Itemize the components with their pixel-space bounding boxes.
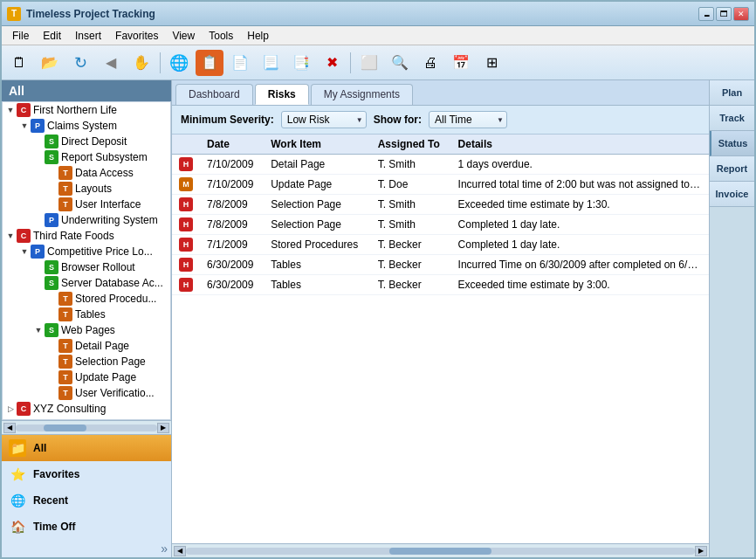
toolbar-doc2-button[interactable]: 📃 [257, 50, 285, 76]
tree-node-cpl[interactable]: ▼ P Competitive Price Lo... [3, 244, 170, 259]
scroll-left-button[interactable]: ◀ [3, 423, 16, 433]
hscroll-track[interactable] [186, 548, 695, 555]
close-button[interactable]: ✕ [733, 7, 749, 21]
severity-select-wrapper[interactable]: Low Risk Medium Risk High Risk [281, 111, 367, 128]
menu-edit[interactable]: Edit [36, 28, 68, 43]
tree-node-us[interactable]: P Underwriting System [3, 212, 170, 228]
toolbar-window1-button[interactable]: ⬜ [355, 50, 383, 76]
expand-icon-sp[interactable] [46, 355, 58, 368]
toolbar-new-button[interactable]: 🗒 [5, 50, 33, 76]
status-button[interactable]: Status [710, 131, 754, 156]
nav-item-all[interactable]: 📁 All [2, 435, 171, 461]
scroll-track[interactable] [16, 424, 157, 431]
tree-node-xyz[interactable]: ▷ C XYZ Consulting [3, 401, 170, 417]
expand-icon-uv[interactable] [46, 387, 58, 399]
nav-item-recent[interactable]: 🌐 Recent [2, 487, 171, 514]
menu-help[interactable]: Help [240, 28, 276, 43]
tree-node-br[interactable]: S Browser Rollout [3, 259, 170, 275]
table-row[interactable]: H 7/8/2009 Selection Page T. Smith Excee… [172, 195, 709, 215]
tree-node-dd[interactable]: S Direct Deposit [3, 134, 170, 149]
toolbar-back-button[interactable]: ◀ [97, 50, 125, 76]
expand-icon-br[interactable] [32, 261, 45, 273]
track-button[interactable]: Track [710, 106, 754, 131]
scroll-right-button[interactable]: ▶ [157, 423, 169, 433]
table-row[interactable]: M 7/10/2009 Update Page T. Doe Incurred … [172, 175, 709, 195]
tab-assignments[interactable]: My Assignments [311, 84, 413, 105]
expand-icon-sda[interactable] [32, 277, 45, 289]
nav-item-timeoff[interactable]: 🏠 Time Off [2, 514, 171, 540]
show-for-select[interactable]: All Time Last Week Last Month Last Year [429, 111, 507, 128]
toolbar-search-button[interactable]: 🔍 [386, 50, 414, 76]
table-row[interactable]: H 6/30/2009 Tables T. Becker Incurred Ti… [172, 255, 709, 275]
toolbar-calendar-button[interactable]: 📅 [447, 50, 475, 76]
expand-icon-rs[interactable] [32, 151, 45, 163]
tree-node-tbl[interactable]: T Tables [3, 307, 170, 322]
tree-node-uv[interactable]: T User Verificatio... [3, 385, 170, 401]
expand-icon-xyz[interactable]: ▷ [4, 403, 17, 415]
toolbar-print-button[interactable]: 🖨 [416, 50, 444, 76]
expand-icon-trf[interactable]: ▼ [4, 230, 17, 242]
tab-dashboard[interactable]: Dashboard [175, 84, 253, 105]
toolbar-grid-button[interactable]: ⊞ [478, 50, 505, 76]
tree-node-sp[interactable]: T Selection Page [3, 354, 170, 369]
expand-icon-tbl[interactable] [46, 308, 58, 321]
nav-item-favorites[interactable]: ⭐ Favorites [2, 461, 171, 487]
table-row[interactable]: H 6/30/2009 Tables T. Becker Exceeded ti… [172, 275, 709, 295]
project-tree[interactable]: ▼ C First Northern Life ▼ P Claims Syste… [2, 101, 171, 420]
sidebar-scrollbar[interactable]: ◀ ▶ [2, 420, 171, 434]
toolbar-refresh-button[interactable]: ↻ [66, 50, 94, 76]
plan-button[interactable]: Plan [710, 80, 754, 106]
minimize-button[interactable]: 🗕 [698, 7, 714, 21]
toolbar-pan-button[interactable]: ✋ [127, 50, 155, 76]
maximize-button[interactable]: 🗖 [716, 7, 732, 21]
toolbar-doc1-button[interactable]: 📄 [226, 50, 254, 76]
menu-tools[interactable]: Tools [202, 28, 240, 43]
show-for-select-wrapper[interactable]: All Time Last Week Last Month Last Year [429, 111, 507, 128]
expand-icon-dd[interactable] [32, 135, 45, 148]
tab-risks[interactable]: Risks [255, 84, 309, 105]
expand-icon-da[interactable] [46, 167, 58, 179]
severity-select[interactable]: Low Risk Medium Risk High Risk [281, 111, 367, 128]
table-row[interactable]: H 7/8/2009 Selection Page T. Smith Compl… [172, 215, 709, 235]
tree-node-wp[interactable]: ▼ S Web Pages [3, 322, 170, 338]
toolbar-task-button[interactable]: 📋 [196, 50, 223, 76]
tree-node-dp[interactable]: T Detail Page [3, 338, 170, 354]
expand-icon-ui[interactable] [46, 198, 58, 210]
expand-icon-la[interactable] [46, 183, 58, 195]
toolbar-open-button[interactable]: 📂 [36, 50, 64, 76]
expand-icon-cpl[interactable]: ▼ [18, 245, 31, 258]
hscroll-left-button[interactable]: ◀ [174, 546, 186, 556]
expand-icon-up[interactable] [46, 371, 58, 383]
expand-icon-stp[interactable] [46, 293, 58, 305]
tree-node-trf[interactable]: ▼ C Third Rate Foods [3, 228, 170, 244]
tree-node-sda[interactable]: S Server Database Ac... [3, 275, 170, 291]
hscroll-thumb[interactable] [389, 548, 491, 555]
more-button[interactable]: » [2, 540, 171, 557]
expand-icon-wp[interactable]: ▼ [32, 324, 45, 336]
report-button[interactable]: Report [710, 156, 754, 182]
expand-icon-fn[interactable]: ▼ [4, 104, 17, 116]
tree-node-da[interactable]: T Data Access [3, 165, 170, 181]
menu-file[interactable]: File [5, 28, 36, 43]
toolbar-delete-button[interactable]: ✖ [318, 50, 346, 76]
menu-favorites[interactable]: Favorites [108, 28, 165, 43]
hscroll-right-button[interactable]: ▶ [695, 546, 707, 556]
bottom-scrollbar[interactable]: ◀ ▶ [172, 543, 709, 557]
tree-node-stp[interactable]: T Stored Procedu... [3, 291, 170, 307]
expand-icon-dp[interactable] [46, 340, 58, 352]
tree-node-cs[interactable]: ▼ P Claims System [3, 118, 170, 134]
tree-node-la[interactable]: T Layouts [3, 181, 170, 197]
toolbar-doc3-button[interactable]: 📑 [287, 50, 315, 76]
tree-node-rs[interactable]: S Report Subsystem [3, 149, 170, 165]
scroll-thumb[interactable] [44, 424, 86, 431]
tree-node-fn[interactable]: ▼ C First Northern Life [3, 102, 170, 118]
table-row[interactable]: H 7/10/2009 Detail Page T. Smith 1 days … [172, 155, 709, 175]
menu-view[interactable]: View [165, 28, 202, 43]
tree-node-ui[interactable]: T User Interface [3, 197, 170, 212]
menu-insert[interactable]: Insert [68, 28, 108, 43]
toolbar-dashboard-button[interactable]: 🌐 [165, 50, 193, 76]
expand-icon-cs[interactable]: ▼ [18, 120, 31, 132]
table-row[interactable]: H 7/1/2009 Stored Procedures T. Becker C… [172, 235, 709, 255]
tree-node-up[interactable]: T Update Page [3, 369, 170, 385]
invoice-button[interactable]: Invoice [710, 182, 754, 207]
